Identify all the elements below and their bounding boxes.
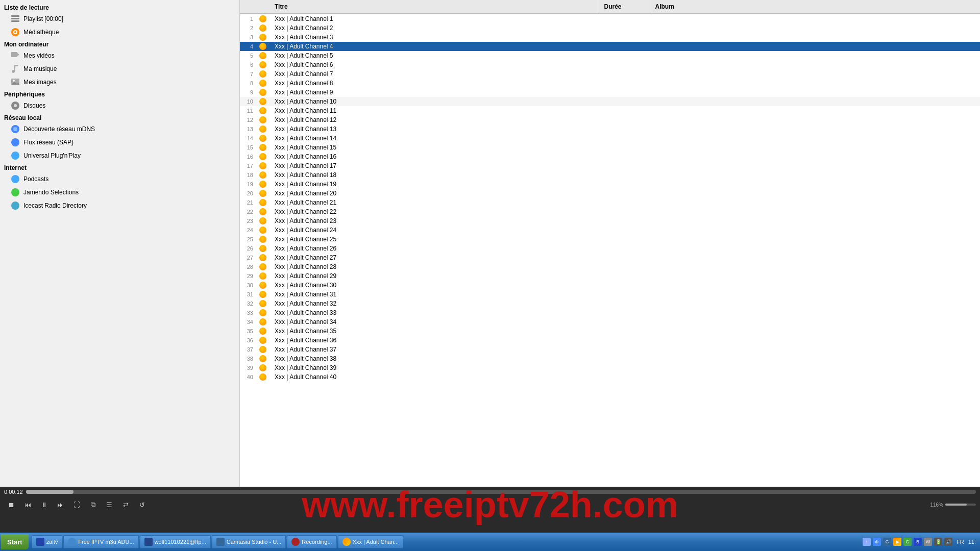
stop-button[interactable]: ⏹ xyxy=(4,499,18,510)
wifi-icon: W xyxy=(924,538,932,546)
progress-bar[interactable] xyxy=(26,490,976,494)
channel-title: Xxx | Adult Channel 2 xyxy=(271,24,600,32)
channel-title: Xxx | Adult Channel 38 xyxy=(271,355,600,362)
table-row[interactable]: 23Xxx | Adult Channel 23 xyxy=(240,216,980,226)
table-row[interactable]: 1Xxx | Adult Channel 1 xyxy=(240,14,980,23)
row-number: 40 xyxy=(240,374,255,380)
sidebar-item-videos[interactable]: Mes vidéos xyxy=(0,49,239,62)
sidebar-item-disques[interactable]: Disques xyxy=(0,99,239,112)
volume-fill xyxy=(945,504,967,506)
taskbar-recording[interactable]: Recording... xyxy=(287,535,336,548)
table-row[interactable]: 15Xxx | Adult Channel 15 xyxy=(240,143,980,152)
row-number: 28 xyxy=(240,264,255,270)
table-row[interactable]: 7Xxx | Adult Channel 7 xyxy=(240,69,980,79)
table-row[interactable]: 17Xxx | Adult Channel 17 xyxy=(240,161,980,170)
table-row[interactable]: 16Xxx | Adult Channel 16 xyxy=(240,152,980,161)
table-row[interactable]: 29Xxx | Adult Channel 29 xyxy=(240,271,980,281)
channel-title: Xxx | Adult Channel 23 xyxy=(271,217,600,224)
volume-sys-icon[interactable]: 🔊 xyxy=(944,538,952,546)
table-row[interactable]: 14Xxx | Adult Channel 14 xyxy=(240,134,980,143)
svg-point-15 xyxy=(14,104,17,107)
volume-slider[interactable] xyxy=(945,504,976,506)
sidebar-item-icecast[interactable]: Icecast Radio Directory xyxy=(0,199,239,212)
taskbar-zaltv[interactable]: zaltv xyxy=(32,535,63,548)
sidebar-item-flux[interactable]: Flux réseau (SAP) xyxy=(0,136,239,149)
table-row[interactable]: 27Xxx | Adult Channel 27 xyxy=(240,253,980,262)
sidebar-item-medialib[interactable]: Médiathèque xyxy=(0,26,239,39)
start-button[interactable]: Start xyxy=(1,534,29,549)
shuffle-button[interactable]: ⇄ xyxy=(118,499,133,510)
playlist-button[interactable]: ☰ xyxy=(102,499,116,510)
channel-title: Xxx | Adult Channel 5 xyxy=(271,52,600,59)
sidebar-item-music[interactable]: Ma musique xyxy=(0,62,239,76)
extended-button[interactable]: ⧉ xyxy=(86,499,100,510)
table-row[interactable]: 9Xxx | Adult Channel 9 xyxy=(240,88,980,97)
icecast-label: Icecast Radio Directory xyxy=(23,202,87,209)
sidebar-item-jamendo[interactable]: Jamendo Selections xyxy=(0,186,239,199)
table-row[interactable]: 28Xxx | Adult Channel 28 xyxy=(240,262,980,271)
upnp-label: Universal Plug'n'Play xyxy=(23,152,81,159)
col-title-header[interactable]: Titre xyxy=(271,0,600,13)
table-row[interactable]: 33Xxx | Adult Channel 33 xyxy=(240,308,980,317)
icecast-icon xyxy=(10,201,20,211)
prev-button[interactable]: ⏮ xyxy=(20,499,35,510)
table-row[interactable]: 3Xxx | Adult Channel 3 xyxy=(240,33,980,42)
table-row[interactable]: 8Xxx | Adult Channel 8 xyxy=(240,79,980,88)
channel-title: Xxx | Adult Channel 32 xyxy=(271,300,600,307)
sidebar-item-decouverte[interactable]: Découverte réseau mDNS xyxy=(0,122,239,136)
col-duration-header[interactable]: Durée xyxy=(600,0,651,13)
channel-icon-cell xyxy=(255,236,271,243)
table-row[interactable]: 6Xxx | Adult Channel 6 xyxy=(240,60,980,69)
taskbar-email[interactable]: wolf11010221@ftp... xyxy=(140,535,211,548)
table-row[interactable]: 2Xxx | Adult Channel 2 xyxy=(240,23,980,33)
table-row[interactable]: 24Xxx | Adult Channel 24 xyxy=(240,226,980,235)
table-row[interactable]: 5Xxx | Adult Channel 5 xyxy=(240,51,980,60)
table-row[interactable]: 21Xxx | Adult Channel 21 xyxy=(240,198,980,207)
col-album-header[interactable]: Album xyxy=(651,0,981,13)
table-row[interactable]: 38Xxx | Adult Channel 38 xyxy=(240,354,980,363)
table-row[interactable]: 30Xxx | Adult Channel 30 xyxy=(240,281,980,290)
my-computer-section-title: Mon ordinateur xyxy=(0,39,239,49)
row-number: 27 xyxy=(240,255,255,261)
table-row[interactable]: 26Xxx | Adult Channel 26 xyxy=(240,244,980,253)
table-row[interactable]: 40Xxx | Adult Channel 40 xyxy=(240,372,980,382)
table-row[interactable]: 13Xxx | Adult Channel 13 xyxy=(240,124,980,134)
repeat-button[interactable]: ↺ xyxy=(135,499,149,510)
table-row[interactable]: 12Xxx | Adult Channel 12 xyxy=(240,115,980,124)
sidebar-item-upnp[interactable]: Universal Plug'n'Play xyxy=(0,149,239,162)
next-button[interactable]: ⏭ xyxy=(53,499,67,510)
table-row[interactable]: 32Xxx | Adult Channel 32 xyxy=(240,299,980,308)
sidebar-item-images[interactable]: Mes images xyxy=(0,76,239,89)
taskbar-browser[interactable]: Free IPTV m3u ADU... xyxy=(63,535,138,548)
table-row[interactable]: 4Xxx | Adult Channel 4 xyxy=(240,42,980,51)
row-number: 4 xyxy=(240,43,255,49)
sidebar-item-podcasts[interactable]: Podcasts xyxy=(0,172,239,186)
table-row[interactable]: 20Xxx | Adult Channel 20 xyxy=(240,189,980,198)
svg-point-5 xyxy=(14,31,16,33)
taskbar-vlc-label: Xxx | Adult Chan... xyxy=(353,539,399,545)
taskbar-camtasia[interactable]: Camtasia Studio - U... xyxy=(212,535,286,548)
taskbar-clock: 11: xyxy=(968,539,976,545)
fullscreen-button[interactable]: ⛶ xyxy=(69,499,84,510)
table-row[interactable]: 18Xxx | Adult Channel 18 xyxy=(240,170,980,180)
table-row[interactable]: 25Xxx | Adult Channel 25 xyxy=(240,235,980,244)
play-pause-button[interactable]: ⏸ xyxy=(37,499,51,510)
taskbar-vlc[interactable]: Xxx | Adult Chan... xyxy=(338,535,403,548)
table-row[interactable]: 19Xxx | Adult Channel 19 xyxy=(240,180,980,189)
table-row[interactable]: 31Xxx | Adult Channel 31 xyxy=(240,290,980,299)
channel-icon-cell xyxy=(255,181,271,188)
table-row[interactable]: 22Xxx | Adult Channel 22 xyxy=(240,207,980,216)
channel-icon-cell xyxy=(255,116,271,123)
table-row[interactable]: 37Xxx | Adult Channel 37 xyxy=(240,345,980,354)
table-row[interactable]: 36Xxx | Adult Channel 36 xyxy=(240,336,980,345)
table-row[interactable]: 35Xxx | Adult Channel 35 xyxy=(240,327,980,336)
table-row[interactable]: 10Xxx | Adult Channel 10 xyxy=(240,97,980,106)
table-row[interactable]: 11Xxx | Adult Channel 11 xyxy=(240,106,980,115)
sidebar-item-playlist[interactable]: Playlist [00:00] xyxy=(0,12,239,26)
table-row[interactable]: 39Xxx | Adult Channel 39 xyxy=(240,363,980,372)
channel-icon-cell xyxy=(255,337,271,344)
channel-icon-cell xyxy=(255,190,271,197)
table-row[interactable]: 34Xxx | Adult Channel 34 xyxy=(240,317,980,327)
svg-rect-0 xyxy=(11,15,19,17)
medialib-icon xyxy=(10,27,20,37)
